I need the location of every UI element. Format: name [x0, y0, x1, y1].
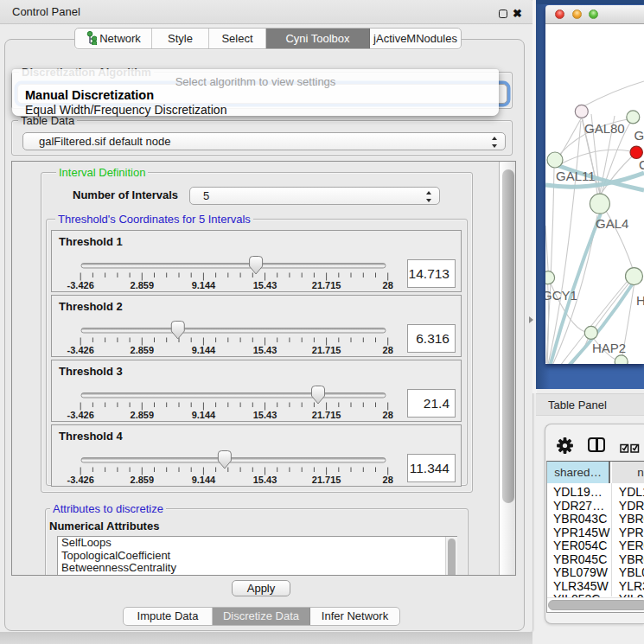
- svg-text:15.43: 15.43: [253, 280, 277, 290]
- svg-text:2.859: 2.859: [131, 410, 155, 420]
- svg-text:HIS: HIS: [636, 293, 644, 308]
- svg-text:-3.426: -3.426: [67, 345, 94, 355]
- svg-text:GCY1: GCY1: [545, 288, 577, 303]
- svg-text:21.715: 21.715: [312, 345, 341, 355]
- svg-text:9.144: 9.144: [192, 345, 216, 355]
- svg-text:15.43: 15.43: [253, 410, 277, 420]
- svg-text:15.43: 15.43: [253, 475, 277, 485]
- svg-text:2.859: 2.859: [131, 475, 155, 485]
- svg-text:CC: CC: [639, 157, 644, 172]
- svg-text:21.715: 21.715: [312, 410, 341, 420]
- svg-text:9.144: 9.144: [192, 410, 216, 420]
- svg-text:HAP2: HAP2: [592, 341, 626, 355]
- svg-text:15.43: 15.43: [253, 345, 277, 355]
- svg-text:28: 28: [383, 410, 393, 420]
- svg-text:GAL11: GAL11: [556, 169, 596, 183]
- svg-text:2.859: 2.859: [131, 345, 155, 355]
- svg-text:2.859: 2.859: [131, 280, 155, 290]
- svg-text:21.715: 21.715: [312, 280, 341, 290]
- svg-text:GAL: GAL: [634, 128, 644, 143]
- svg-text:GAL4: GAL4: [596, 216, 628, 231]
- svg-text:-3.426: -3.426: [67, 410, 94, 420]
- svg-text:-3.426: -3.426: [67, 475, 94, 485]
- svg-text:28: 28: [383, 345, 393, 355]
- svg-text:-3.426: -3.426: [67, 280, 94, 290]
- svg-text:GAL80: GAL80: [584, 121, 625, 136]
- svg-text:9.144: 9.144: [192, 280, 216, 290]
- svg-text:28: 28: [383, 280, 393, 290]
- svg-text:9.144: 9.144: [192, 475, 216, 485]
- svg-text:21.715: 21.715: [312, 475, 341, 485]
- svg-text:28: 28: [383, 475, 393, 485]
